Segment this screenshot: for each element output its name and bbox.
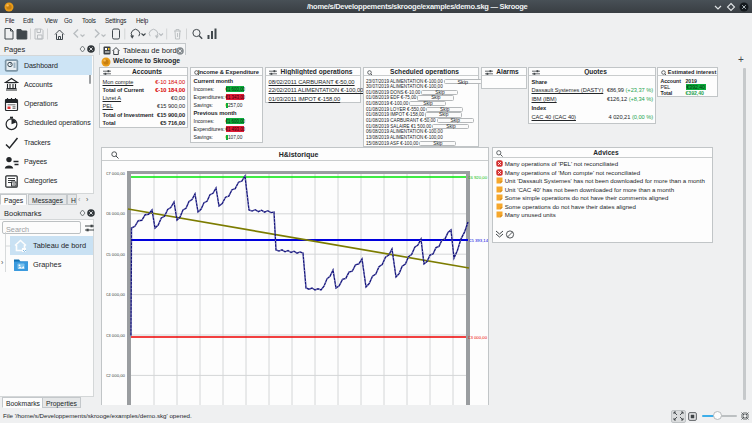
svg-text:€3 000,00: €3 000,00 [106,333,126,338]
svg-text:€7 000,00: €7 000,00 [106,171,126,176]
svg-text:€6 920,00: €6 920,00 [468,175,488,180]
svg-text:€3 000,00: €3 000,00 [468,335,488,340]
svg-text:€2 000,00: €2 000,00 [106,373,126,378]
svg-text:€5 393,14: €5 393,14 [469,238,488,243]
svg-text:€5 000,00: €5 000,00 [106,252,126,257]
svg-text:€6 000,00: €6 000,00 [106,211,126,216]
svg-text:€4 000,00: €4 000,00 [106,292,126,297]
